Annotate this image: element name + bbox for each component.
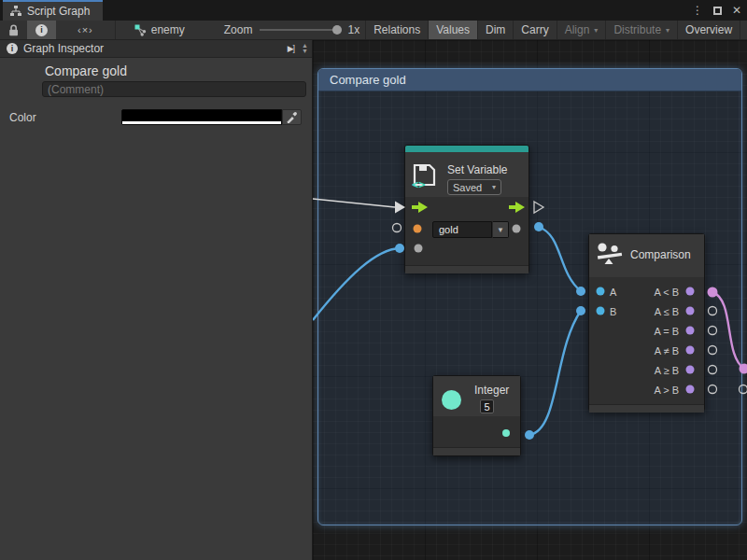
dock-panel-icon[interactable]: ▶] [288,44,294,53]
zoom-slider-handle[interactable] [332,25,342,35]
output-label: A < B [654,287,679,298]
toolbar-separator [115,21,116,39]
comparison-row: A = B [589,321,704,341]
comparison-row: A A < B [589,282,704,301]
variable-name-dropdown-button[interactable]: ▼ [492,221,509,238]
comparison-row: A ≠ B [589,341,704,360]
chevron-down-icon: ▾ [492,183,496,191]
output-label: A ≤ B [655,306,679,317]
chevron-down-icon: ▾ [666,26,669,35]
tab-bar: Script Graph ⋮ ✕ [0,0,747,21]
align-dropdown[interactable]: Align▾ [557,21,606,39]
output-label: A > B [654,385,679,396]
graph-inspector-header: i Graph Inspector ▶] ▲▼ [0,40,312,58]
inspector-toggle-button[interactable]: i [27,21,56,39]
comparison-row: A ≥ B [589,360,704,380]
zoom-slider[interactable] [260,29,340,31]
full-screen-button[interactable]: Full Screen [740,21,747,39]
comparison-row: B A ≤ B [589,301,704,321]
eyedropper-icon [286,111,298,123]
group-header[interactable]: Compare gold [318,69,741,91]
maximize-icon[interactable] [713,7,722,15]
lock-button[interactable] [0,21,27,39]
zoom-label: Zoom [224,23,253,36]
graph-canvas[interactable]: Compare gold <> Set Variable Saved ▾ g [313,40,747,560]
graph-toolbar: i ‹×› enemy Zoom 1x [0,21,747,40]
comparison-balance-icon [597,243,625,269]
lock-icon [8,24,19,36]
close-icon[interactable]: ✕ [732,4,741,17]
node-title: Comparison [630,248,691,261]
code-icon: ‹×› [78,24,93,35]
graph-title: Compare gold [45,63,127,78]
output-label: A = B [654,326,679,337]
chevron-down-icon: ▾ [594,26,598,35]
group-title: Compare gold [330,73,406,87]
info-icon: i [35,24,48,36]
node-set-variable[interactable]: <> Set Variable Saved ▾ gold ▼ [404,145,529,273]
node-title: Integer [474,384,509,397]
tab-script-graph[interactable]: Script Graph [3,0,103,21]
variable-accent-bar [405,146,529,152]
values-toggle[interactable]: Values [429,21,477,39]
save-variable-icon: <> [411,162,439,190]
variable-name-field[interactable]: gold [432,221,492,238]
zoom-control: Zoom 1x [218,21,365,39]
output-label: A ≠ B [655,345,679,357]
node-title: Set Variable [447,163,507,176]
graph-breadcrumb-enemy[interactable]: enemy [127,21,192,39]
graph-inspector-title: Graph Inspector [23,42,104,55]
toolbar-left: i ‹×› enemy Zoom 1x [0,21,365,39]
color-label: Color [9,111,36,124]
integer-type-icon [442,390,461,410]
comparison-row: A > B [589,380,704,399]
graph-breadcrumb-label: enemy [151,23,185,36]
info-icon: i [7,43,18,54]
dim-toggle[interactable]: Dim [478,21,513,39]
color-swatch[interactable] [121,109,282,125]
overview-button[interactable]: Overview [678,21,740,39]
zoom-value: 1x [347,23,359,36]
code-view-button[interactable]: ‹×› [69,21,102,39]
distribute-dropdown[interactable]: Distribute▾ [606,21,677,39]
node-comparison[interactable]: Comparison A A < B B A ≤ B A = B A ≠ B [588,233,705,412]
input-a-label: A [610,287,616,298]
comment-input[interactable] [42,81,306,97]
alpha-bar [122,121,281,124]
eyedropper-button[interactable] [282,109,302,125]
toolbar-right: Relations Values Dim Carry Align▾ Distri… [365,21,747,39]
carry-toggle[interactable]: Carry [514,21,556,39]
window-controls: ⋮ ✕ [692,0,741,21]
svg-text:<>: <> [412,178,425,190]
script-graph-icon [10,6,21,17]
menu-kebab-icon[interactable]: ⋮ [692,4,703,17]
node-integer[interactable]: Integer 5 [432,375,521,456]
input-b-label: B [610,306,616,317]
relations-toggle[interactable]: Relations [366,21,428,39]
tab-title: Script Graph [27,5,90,18]
unity-visual-scripting-window: Script Graph ⋮ ✕ i ‹×› [0,0,747,560]
scroll-spinner[interactable]: ▲▼ [302,43,308,54]
graph-node-icon [134,24,147,36]
output-label: A ≥ B [655,365,679,376]
color-field-row: Color [0,108,312,129]
graph-inspector-panel: i Graph Inspector ▶] ▲▼ Compare gold Col… [0,40,313,560]
integer-value-field[interactable]: 5 [480,399,494,413]
variable-scope-dropdown[interactable]: Saved ▾ [447,179,501,195]
